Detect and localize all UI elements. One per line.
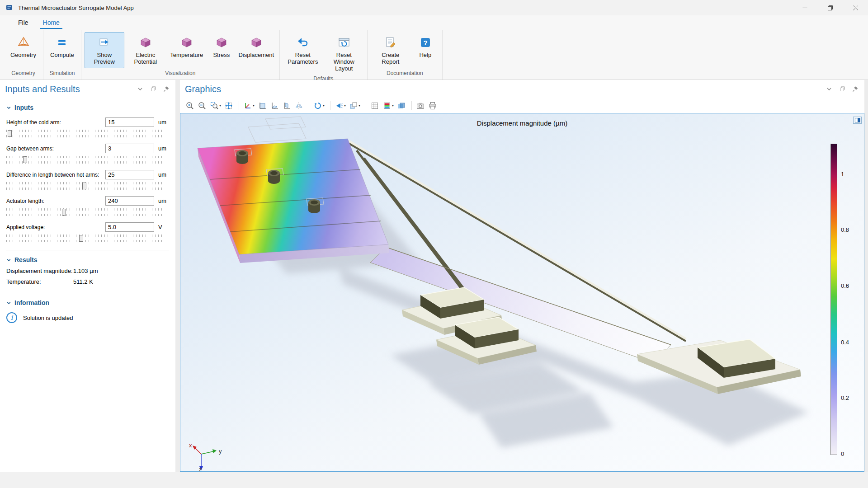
compute-button[interactable]: Compute [47, 32, 78, 68]
compute-equals-icon [56, 35, 68, 50]
panel-collapse-button[interactable] [136, 85, 144, 93]
zoom-out-button[interactable] [197, 100, 208, 111]
reset-window-layout-button[interactable]: Reset Window Layout [324, 32, 364, 74]
color-legend-toggle-button[interactable] [853, 117, 862, 124]
height-cold-arm-input[interactable] [105, 117, 154, 127]
colorbar-tick: 0.4 [841, 339, 849, 346]
displacement-icon [250, 35, 263, 50]
temperature-button-label: Temperature [170, 52, 203, 59]
section-divider [6, 293, 169, 293]
panel-float-button[interactable] [149, 85, 157, 93]
pin-icon [163, 86, 170, 92]
zoom-box-icon [210, 101, 219, 110]
applied-voltage-input[interactable] [105, 222, 154, 232]
transparency-button[interactable] [396, 100, 407, 111]
colorbar-tick: 1 [841, 171, 844, 178]
graphics-pin-button[interactable] [851, 85, 859, 93]
gap-between-arms-slider[interactable] [6, 156, 162, 164]
visualization-options-button[interactable]: ▾ [348, 100, 361, 111]
ribbon-group-label-visualization: Visualization [83, 68, 278, 80]
stress-button[interactable]: Stress [208, 32, 235, 68]
view-xy-button[interactable] [257, 100, 268, 111]
show-grid-button[interactable] [369, 100, 380, 111]
slider-thumb[interactable] [79, 235, 83, 242]
show-grid-icon [370, 101, 379, 110]
electric-potential-icon [139, 35, 152, 50]
actuator-length-slider[interactable] [6, 208, 162, 216]
slider-thumb[interactable] [23, 156, 27, 163]
print-button[interactable] [427, 100, 438, 111]
scene-3d-microactuator[interactable]: x y z [180, 113, 864, 471]
view-yz-button[interactable] [269, 100, 280, 111]
field-label: Gap between arms: [6, 145, 105, 152]
info-icon: i [6, 312, 17, 323]
height-cold-arm-slider[interactable] [6, 130, 162, 137]
dropdown-caret: ▾ [392, 103, 394, 108]
mirror-view-button[interactable] [293, 100, 304, 111]
dropdown-caret: ▾ [344, 103, 346, 108]
zoom-in-button[interactable] [184, 100, 195, 111]
show-preview-icon [98, 35, 111, 50]
colorbar [830, 144, 837, 455]
view-zx-button[interactable] [281, 100, 292, 111]
hot-arm-length-difference-input[interactable] [105, 170, 154, 179]
show-preview-button[interactable]: Show Preview [85, 32, 124, 68]
print-icon [428, 101, 437, 110]
graphics-collapse-button[interactable] [825, 85, 833, 93]
section-chevron-icon [6, 300, 11, 305]
dropdown-caret: ▾ [323, 103, 325, 108]
image-snapshot-button[interactable] [415, 100, 426, 111]
pin-icon [852, 86, 859, 92]
zoom-in-icon [185, 101, 194, 110]
electric-potential-button[interactable]: Electric Potential [126, 32, 165, 68]
axis-triad: x y z [189, 442, 222, 471]
slider-thumb[interactable] [82, 183, 86, 189]
maximize-button[interactable] [817, 0, 843, 15]
inputs-panel-header: Inputs and Results [0, 80, 175, 98]
solution-status-row: i Solution is updated [6, 312, 169, 323]
rotate-view-icon [313, 101, 322, 110]
geometry-button[interactable]: Geometry [7, 32, 40, 68]
tab-home[interactable]: Home [36, 15, 67, 30]
information-section-header[interactable]: Information [6, 299, 169, 306]
zoom-box-button[interactable]: ▾ [209, 100, 222, 111]
help-icon: ? [419, 35, 432, 50]
rotate-view-button[interactable]: ▾ [312, 100, 326, 111]
applied-voltage-slider[interactable] [6, 235, 162, 242]
close-button[interactable] [843, 0, 868, 15]
colorbar-tick: 0.6 [841, 282, 849, 289]
panel-pin-button[interactable] [162, 85, 170, 93]
scene-light-button[interactable]: ▾ [334, 100, 347, 111]
field-label: Applied voltage: [6, 224, 105, 230]
tab-file[interactable]: File [11, 15, 36, 30]
graphics-float-button[interactable] [838, 85, 846, 93]
create-report-button[interactable]: Create Report [371, 32, 410, 68]
reset-parameters-button[interactable]: Reset Parameters [283, 32, 323, 74]
plot-area[interactable]: Displacement magnitude (µm) [180, 113, 864, 472]
svg-text:?: ? [423, 39, 427, 47]
toolbar-separator [411, 101, 412, 110]
reset-parameters-button-label: Reset Parameters [287, 52, 319, 66]
go-to-default-view-button[interactable]: ▾ [242, 100, 255, 111]
color-table-button[interactable]: ▾ [382, 100, 395, 111]
actuator-length-input[interactable] [105, 196, 154, 206]
chevron-down-icon [826, 86, 832, 92]
hot-arm-length-difference-slider[interactable] [6, 182, 162, 190]
ribbon-group-defaults: Reset Parameters Reset Window Layout Def… [280, 30, 368, 80]
solution-status-text: Solution is updated [23, 314, 73, 321]
help-button[interactable]: ? Help [412, 32, 439, 68]
compute-button-label: Compute [50, 52, 74, 59]
scene-light-icon [335, 101, 344, 110]
view-zx-icon [282, 101, 291, 110]
slider-thumb[interactable] [62, 209, 66, 216]
inputs-section-header[interactable]: Inputs [6, 104, 169, 111]
results-section-header[interactable]: Results [6, 256, 169, 263]
slider-thumb[interactable] [8, 130, 12, 137]
zoom-extents-button[interactable] [223, 100, 234, 111]
temperature-button[interactable]: Temperature [167, 32, 207, 68]
gap-between-arms-input[interactable] [105, 144, 154, 153]
displacement-button[interactable]: Displacement [236, 32, 276, 68]
minimize-button[interactable] [792, 0, 817, 15]
dropdown-caret: ▾ [219, 103, 221, 108]
field-unit: um [158, 145, 169, 152]
